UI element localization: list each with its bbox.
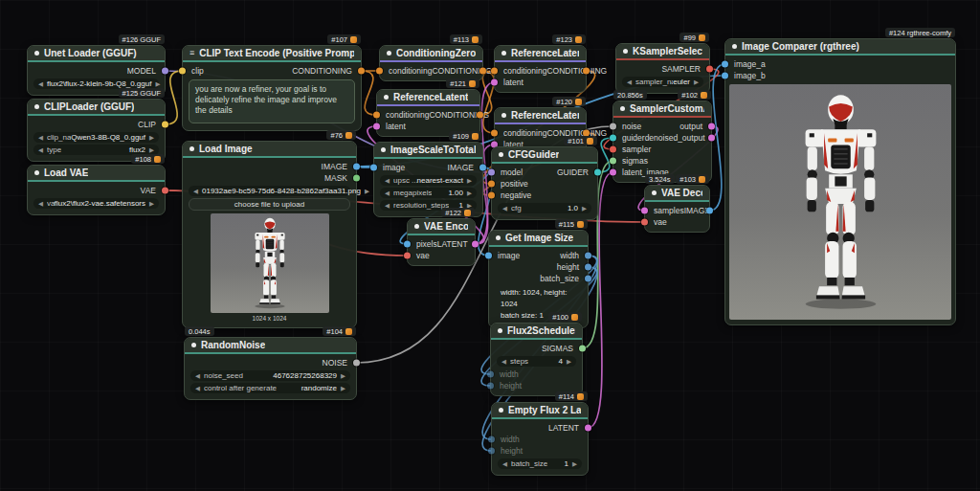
collapse-dot-icon[interactable] [652,190,657,195]
node-image-comparer[interactable]: #124 rgthree-comfyImage Comparer (rgthre… [724,38,956,325]
SAMPLER-output-port[interactable] [706,66,713,73]
pixels-input-port[interactable] [404,241,411,248]
collapse-dot-icon[interactable] [620,106,625,111]
collapse-dot-icon[interactable] [499,408,503,413]
node-load-vae[interactable]: #108Load VAEVAE◀vae_na ...flux2\flux2-va… [27,165,166,215]
node-ksampler-select[interactable]: #99KSamplerSelectSAMPLER◀sampler_nameeul… [615,43,710,94]
widget-vae-na-[interactable]: ◀vae_na ...flux2\flux2-vae.safetensors▶ [33,198,159,209]
node-header[interactable]: SamplerCustomAdva... [613,101,711,118]
MODEL-output-port[interactable] [162,68,168,75]
widget-megapixels[interactable]: ◀megapixels1.00▶ [380,188,477,198]
node-header[interactable]: ReferenceLatent [377,90,479,106]
node-conditioning-zero-out[interactable]: #113ConditioningZeroOutconditioningCONDI… [379,45,483,81]
conditioning-input-port[interactable] [491,68,498,75]
widget-arrow-left[interactable]: ◀ [38,200,43,208]
widget-arrow-right[interactable]: ▶ [567,358,571,366]
widget-arrow-right[interactable]: ▶ [467,177,472,185]
samples-input-port[interactable] [641,208,648,214]
collapse-dot-icon[interactable] [501,51,506,56]
node-header[interactable]: KSamplerSelect [616,44,709,60]
vae-input-port[interactable] [404,253,411,259]
node-vae-decode[interactable]: 3.524s#103VAE Deco...samplesIMAGEvae [644,185,710,233]
node-cfg-guider[interactable]: #101CFGGuidermodelGUIDERpositivenegative… [491,146,598,220]
widget-arrow-right[interactable]: ▶ [467,190,472,197]
node-header[interactable]: ReferenceLatent [495,108,586,124]
collapse-dot-icon[interactable] [381,147,386,152]
MASK-output-port[interactable] [353,175,360,182]
widget-arrow-left[interactable]: ◀ [502,460,507,468]
node-header[interactable]: Image Comparer (rgthree) [725,39,955,56]
node-vae-encode[interactable]: #122VAE Enco...pixelsLATENTvae [407,218,476,266]
widget-i-[interactable]: ◀i ...01932ae9-bc59-75d6-8428-b2862af3aa… [189,186,350,196]
widget-arrow-left[interactable]: ◀ [385,190,390,197]
CONDITIONING-output-port[interactable] [358,68,365,75]
conditioning-input-port[interactable] [376,68,383,75]
negative-input-port[interactable] [488,192,495,199]
collapse-dot-icon[interactable] [499,152,503,157]
width-input-port[interactable] [488,436,495,443]
width-output-port[interactable] [585,253,591,259]
collapse-dot-icon[interactable] [732,44,737,49]
widget-arrow-left[interactable]: ◀ [502,205,507,212]
collapse-dot-icon[interactable] [498,328,502,333]
node-image-scale[interactable]: #109ImageScaleToTotalPi...imageIMAGE◀ups… [373,142,483,217]
node-header[interactable]: Load VAE [28,166,165,182]
widget-arrow-left[interactable]: ◀ [38,80,43,88]
widget-batch-size[interactable]: ◀batch_size1▶ [498,458,582,469]
latent-input-port[interactable] [373,123,380,130]
node-header[interactable]: Unet Loader (GGUF) [28,46,165,62]
conditioning-input-port[interactable] [491,130,498,137]
widget-arrow-right[interactable]: ▶ [149,146,154,154]
denoised_output-output-port[interactable] [708,135,715,142]
widget-arrow-right[interactable]: ▶ [572,460,577,468]
LATENT-output-port[interactable] [472,241,479,248]
collapse-dot-icon[interactable] [501,113,506,118]
collapse-dot-icon[interactable] [387,51,391,56]
widget-arrow-left[interactable]: ◀ [38,134,43,142]
image_a-input-port[interactable] [722,61,728,68]
widget-control-after-generate[interactable]: ◀control after generaterandomize▶ [190,383,350,393]
output-output-port[interactable] [708,123,715,130]
CONDITIONING-output-port[interactable] [583,68,590,75]
widget-arrow-left[interactable]: ◀ [195,385,200,392]
latent_image-input-port[interactable] [610,169,616,176]
latent-input-port[interactable] [491,79,498,86]
IMAGE-output-port[interactable] [706,208,713,214]
node-clip-text-encode[interactable]: #107≡CLIP Text Encode (Positive Prompt)c… [182,45,362,131]
collapse-dot-icon[interactable] [623,49,628,54]
node-empty-latent[interactable]: #114Empty Flux 2 LatentLATENTwidthheight… [491,402,589,476]
graph-canvas[interactable]: #126 GGUFUnet Loader (GGUF)MODEL◀un ...f… [0,0,980,491]
widget-noise-seed[interactable]: ◀noise_seed467628725268329▶ [190,370,350,381]
node-header[interactable]: ConditioningZeroOut [380,46,482,62]
height-input-port[interactable] [488,448,495,455]
CONDITIONING-output-port[interactable] [479,68,486,75]
collapse-dot-icon[interactable] [384,95,389,100]
GUIDER-output-port[interactable] [594,169,601,176]
node-load-image[interactable]: #76Load ImageIMAGEMASK◀i ...01932ae9-bc5… [182,141,357,328]
node-header[interactable]: RandomNoise [185,338,356,354]
widget-arrow-left[interactable]: ◀ [385,177,390,185]
positive-input-port[interactable] [488,181,495,188]
noise-input-port[interactable] [610,123,616,130]
widget-clip-name[interactable]: ◀clip_nameQwen3-8B-Q8_0.gguf▶ [33,132,159,143]
image_b-input-port[interactable] [722,73,728,79]
CLIP-output-port[interactable] [162,122,168,128]
upload-button[interactable]: choose file to upload [189,198,350,211]
node-header[interactable]: VAE Enco... [408,219,475,235]
node-reference-latent-121[interactable]: #121ReferenceLatentconditioningCONDITION… [376,89,480,137]
height-input-port[interactable] [487,383,494,390]
guider-input-port[interactable] [610,135,616,142]
IMAGE-output-port[interactable] [479,165,486,171]
widget-arrow-right[interactable]: ▶ [149,134,154,142]
collapse-dot-icon[interactable] [34,104,39,109]
widget-sampler-name[interactable]: ◀sampler_nameeuler▶ [622,77,703,87]
collapse-dot-icon[interactable] [191,343,196,347]
widget-arrow-left[interactable]: ◀ [501,358,506,366]
widget-arrow-left[interactable]: ◀ [193,188,198,195]
node-header[interactable]: Load Image [183,142,356,158]
widget-arrow-left[interactable]: ◀ [627,78,632,86]
widget-steps[interactable]: ◀steps4▶ [497,356,576,367]
node-random-noise[interactable]: 0.044s#104RandomNoiseNOISE◀noise_seed467… [184,337,357,400]
widget-arrow-left[interactable]: ◀ [38,146,43,154]
node-header[interactable]: Flux2Scheduler [491,324,582,340]
